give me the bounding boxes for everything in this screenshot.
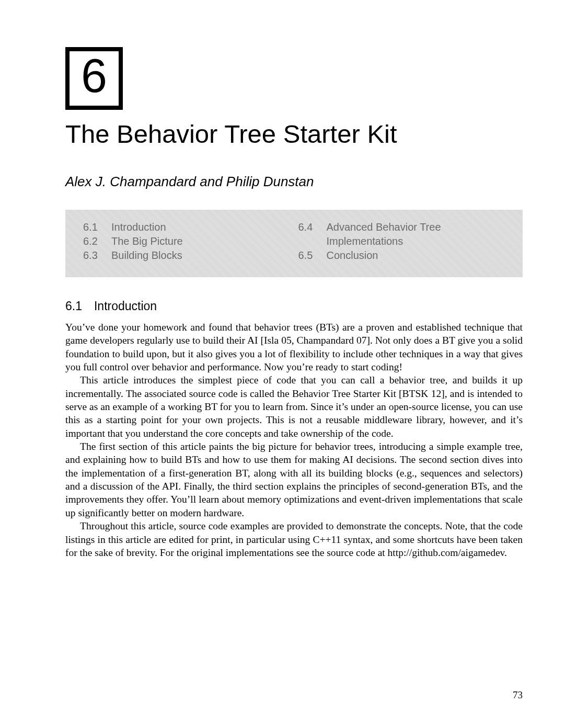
toc-item: 6.4 Advanced Behavior Tree bbox=[298, 221, 505, 233]
page-number: 73 bbox=[513, 689, 523, 701]
chapter-authors: Alex J. Champandard and Philip Dunstan bbox=[65, 174, 523, 190]
body-paragraph: Throughout this article, source code exa… bbox=[65, 519, 523, 559]
toc-column-right: 6.4 Advanced Behavior Tree Implementatio… bbox=[298, 221, 505, 262]
body-paragraph: This article introduces the simplest pie… bbox=[65, 373, 523, 440]
toc-num: 6.2 bbox=[83, 235, 102, 247]
chapter-number: 6 bbox=[81, 52, 107, 99]
toc-label: Advanced Behavior Tree bbox=[327, 221, 505, 233]
toc-item: 6.2 The Big Picture bbox=[83, 235, 290, 247]
toc-item: 6.1 Introduction bbox=[83, 221, 290, 233]
toc-num: 6.4 bbox=[298, 221, 317, 233]
toc-label: The Big Picture bbox=[111, 235, 290, 247]
toc-num: 6.3 bbox=[83, 249, 102, 262]
toc-num: 6.1 bbox=[83, 221, 102, 233]
toc-label: Introduction bbox=[111, 221, 290, 233]
toc-label: Conclusion bbox=[327, 249, 505, 262]
toc-num: 6.5 bbox=[298, 249, 317, 262]
toc-box: 6.1 Introduction 6.2 The Big Picture 6.3… bbox=[65, 210, 523, 277]
section-heading: 6.1 Introduction bbox=[65, 299, 523, 313]
toc-label: Building Blocks bbox=[111, 249, 290, 262]
toc-item: 6.5 Conclusion bbox=[298, 249, 505, 262]
toc-item: 6.3 Building Blocks bbox=[83, 249, 290, 262]
body-paragraph: The first section of this article paints… bbox=[65, 440, 523, 519]
body-paragraph: You’ve done your homework and found that… bbox=[65, 321, 523, 373]
toc-sublabel: Implementations bbox=[327, 235, 505, 247]
chapter-number-box: 6 bbox=[65, 47, 123, 110]
page: 6 The Behavior Tree Starter Kit Alex J. … bbox=[0, 0, 588, 591]
toc-column-left: 6.1 Introduction 6.2 The Big Picture 6.3… bbox=[83, 221, 290, 262]
chapter-title: The Behavior Tree Starter Kit bbox=[65, 119, 523, 149]
